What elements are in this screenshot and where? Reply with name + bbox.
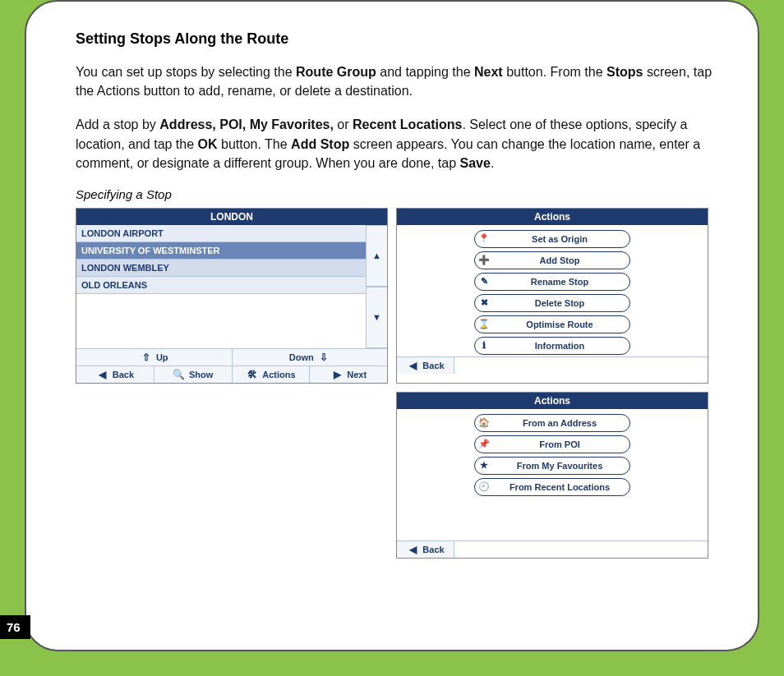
back-button[interactable]: ◀ Back <box>397 357 454 374</box>
show-label: Show <box>189 370 213 379</box>
show-button[interactable]: 🔍 Show <box>154 366 233 383</box>
screen-stops-list: LONDON LONDON AIRPORTUNIVERSITY OF WESTM… <box>76 208 388 384</box>
from-address-label: From an Address <box>496 418 623 428</box>
set-origin-button[interactable]: 📍Set as Origin <box>474 230 630 248</box>
from-recent-button[interactable]: 🕘From Recent Locations <box>474 478 630 496</box>
next-label: Next <box>347 370 367 379</box>
next-button[interactable]: ▶ Next <box>310 366 387 383</box>
optimise-route-icon: ⌛ <box>477 318 491 331</box>
back-label: Back <box>422 545 444 554</box>
chevron-right-icon: ▶ <box>330 369 344 380</box>
rename-stop-label: Rename Stop <box>496 277 623 287</box>
up-label: Up <box>156 352 168 362</box>
stops-list: LONDON AIRPORTUNIVERSITY OF WESTMINSTERL… <box>76 225 366 348</box>
back-label: Back <box>113 370 134 379</box>
paragraph-1: You can set up stops by selecting the Ro… <box>76 62 725 100</box>
actions-button[interactable]: 🛠 Actions <box>233 366 311 383</box>
back-button[interactable]: ◀ Back <box>76 366 154 383</box>
arrow-up-icon: ⇧ <box>140 352 153 363</box>
back-button[interactable]: ◀ Back <box>397 541 454 558</box>
delete-stop-icon: ✖ <box>477 297 491 310</box>
delete-stop-label: Delete Stop <box>496 298 623 308</box>
list-item[interactable]: LONDON AIRPORT <box>76 225 366 242</box>
from-poi-icon: 📌 <box>477 438 491 451</box>
page-frame: Setting Stops Along the Route You can se… <box>25 0 759 651</box>
list-item[interactable]: LONDON WEMBLEY <box>76 260 366 277</box>
screen-actions-main: Actions 📍Set as Origin➕Add Stop✎Rename S… <box>396 208 708 384</box>
from-poi-button[interactable]: 📌From POI <box>474 435 630 453</box>
down-label: Down <box>289 352 314 362</box>
information-icon: ℹ <box>477 339 491 352</box>
optimise-route-label: Optimise Route <box>496 320 623 329</box>
list-item[interactable]: OLD ORLEANS <box>76 277 366 294</box>
set-origin-icon: 📍 <box>477 232 491 246</box>
optimise-route-button[interactable]: ⌛Optimise Route <box>474 315 630 333</box>
information-button[interactable]: ℹInformation <box>474 337 630 355</box>
from-recent-icon: 🕘 <box>477 481 491 494</box>
from-address-button[interactable]: 🏠From an Address <box>474 414 630 432</box>
figure-caption: Specifying a Stop <box>76 187 725 201</box>
actions-area: 🏠From an Address📌From POI★From My Favour… <box>397 409 708 540</box>
page-title: Setting Stops Along the Route <box>76 30 725 48</box>
actions-area: 📍Set as Origin➕Add Stop✎Rename Stop✖Dele… <box>397 225 708 356</box>
scroll-up-button[interactable]: ▲ <box>367 225 387 287</box>
add-stop-button[interactable]: ➕Add Stop <box>474 251 630 269</box>
screens-grid: LONDON LONDON AIRPORTUNIVERSITY OF WESTM… <box>76 208 725 559</box>
add-stop-icon: ➕ <box>477 254 491 267</box>
arrow-down-icon: ⇩ <box>317 352 330 363</box>
rename-stop-button[interactable]: ✎Rename Stop <box>474 273 630 291</box>
chevron-left-icon: ◀ <box>406 544 419 555</box>
from-address-icon: 🏠 <box>477 416 491 430</box>
from-favourites-button[interactable]: ★From My Favourites <box>474 457 630 475</box>
from-favourites-icon: ★ <box>477 459 491 472</box>
scrollbar: ▲ ▼ <box>366 225 387 348</box>
information-label: Information <box>496 341 623 351</box>
paragraph-2: Add a stop by Address, POI, My Favorites… <box>76 115 725 172</box>
back-label: Back <box>422 361 444 370</box>
chevron-left-icon: ◀ <box>96 369 109 380</box>
screen-title: Actions <box>397 393 708 409</box>
delete-stop-button[interactable]: ✖Delete Stop <box>474 294 630 312</box>
screen-actions-addstop: Actions 🏠From an Address📌From POI★From M… <box>396 392 708 559</box>
scroll-down-button[interactable]: ▼ <box>367 287 387 348</box>
from-favourites-label: From My Favourites <box>496 461 623 471</box>
actions-label: Actions <box>262 370 295 379</box>
add-stop-label: Add Stop <box>496 255 623 265</box>
list-item[interactable]: UNIVERSITY OF WESTMINSTER <box>76 242 366 260</box>
set-origin-label: Set as Origin <box>496 234 623 244</box>
from-recent-label: From Recent Locations <box>496 482 623 492</box>
magnifier-icon: 🔍 <box>173 369 186 380</box>
screen-title: Actions <box>397 209 708 225</box>
down-button[interactable]: Down ⇩ <box>233 349 388 366</box>
rename-stop-icon: ✎ <box>477 275 491 288</box>
up-button[interactable]: ⇧ Up <box>76 349 233 366</box>
screen-title: LONDON <box>76 209 387 225</box>
page-number: 76 <box>0 615 30 639</box>
from-poi-label: From POI <box>496 439 623 449</box>
tools-icon: 🛠 <box>246 369 259 380</box>
chevron-left-icon: ◀ <box>406 360 419 371</box>
